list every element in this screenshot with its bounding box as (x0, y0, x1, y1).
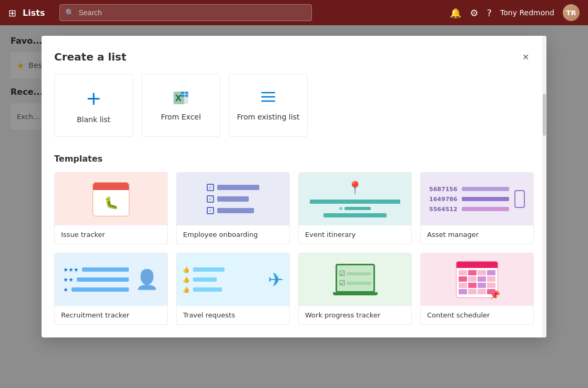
from-excel-label: From Excel (161, 113, 201, 121)
template-travel-requests[interactable]: 👍 👍 👍 (176, 253, 290, 325)
topbar-right: 🔔 ⚙ ? Tony Redmond TR (450, 4, 580, 21)
from-existing-label: From existing list (237, 113, 299, 121)
search-box[interactable]: 🔍 (59, 4, 312, 21)
travel-requests-label: Travel requests (177, 306, 289, 324)
notification-icon[interactable]: 🔔 (450, 7, 461, 18)
asset-manager-label: Asset manager (421, 225, 533, 244)
work-progress-thumb: ☑ ☑ (299, 253, 411, 306)
list-icon (260, 89, 277, 106)
template-event-itinerary[interactable]: 📍 Event itinerary (298, 172, 412, 244)
recruitment-tracker-label: Recruitment tracker (55, 306, 167, 324)
template-employee-onboarding[interactable]: ✓ ✓ ✓ Em (176, 172, 290, 244)
templates-grid: 🐛 Issue tracker ✓ (54, 172, 534, 325)
help-icon[interactable]: ? (487, 7, 492, 18)
template-asset-manager[interactable]: 5687156 1649786 5564512 (420, 172, 534, 244)
plus-icon: + (86, 87, 102, 109)
search-input[interactable] (78, 8, 306, 17)
create-options-row: + Blank list X F (54, 74, 534, 137)
content-scheduler-label: Content scheduler (421, 306, 533, 324)
modal-overlay: Create a list ✕ + Blank list X (0, 25, 588, 388)
blank-list-label: Blank list (77, 115, 110, 124)
event-itinerary-label: Event itinerary (299, 225, 411, 244)
issue-tracker-thumb: 🐛 (55, 173, 167, 225)
templates-title: Templates (54, 154, 534, 164)
issue-tracker-label: Issue tracker (55, 225, 167, 244)
modal-body: + Blank list X F (42, 74, 546, 337)
avatar[interactable]: TR (563, 4, 580, 21)
template-work-progress-tracker[interactable]: ☑ ☑ (298, 253, 412, 325)
grid-icon[interactable]: ⊞ (8, 7, 16, 18)
search-icon: 🔍 (65, 8, 74, 17)
modal-title: Create a list (54, 51, 126, 63)
asset-manager-thumb: 5687156 1649786 5564512 (421, 173, 533, 225)
template-content-scheduler[interactable]: 📌 Content scheduler (420, 253, 534, 325)
topbar: ⊞ Lists 🔍 🔔 ⚙ ? Tony Redmond TR (0, 0, 588, 25)
recruitment-tracker-thumb: ★★★ ★★ ★ (55, 253, 167, 306)
travel-requests-thumb: 👍 👍 👍 (177, 253, 289, 306)
work-progress-tracker-label: Work progress tracker (299, 306, 411, 324)
settings-icon[interactable]: ⚙ (470, 7, 478, 18)
user-name: Tony Redmond (500, 8, 554, 17)
create-list-modal: Create a list ✕ + Blank list X (42, 36, 546, 337)
excel-icon: X (173, 89, 189, 106)
employee-onboarding-label: Employee onboarding (177, 225, 289, 244)
plane-icon: ✈ (268, 269, 283, 291)
event-itinerary-thumb: 📍 (299, 173, 411, 225)
from-excel-option[interactable]: X From Excel (141, 74, 220, 137)
modal-header: Create a list ✕ (42, 36, 546, 74)
content-scheduler-thumb: 📌 (421, 253, 533, 306)
employee-onboarding-thumb: ✓ ✓ ✓ (177, 173, 289, 225)
blank-list-option[interactable]: + Blank list (54, 74, 133, 137)
from-existing-option[interactable]: From existing list (229, 74, 308, 137)
template-issue-tracker[interactable]: 🐛 Issue tracker (54, 172, 168, 244)
person-icon: 👤 (135, 268, 159, 291)
modal-close-button[interactable]: ✕ (517, 48, 534, 65)
app-title: Lists (23, 8, 45, 18)
template-recruitment-tracker[interactable]: ★★★ ★★ ★ (54, 253, 168, 325)
modal-scrollbar[interactable] (542, 36, 546, 337)
